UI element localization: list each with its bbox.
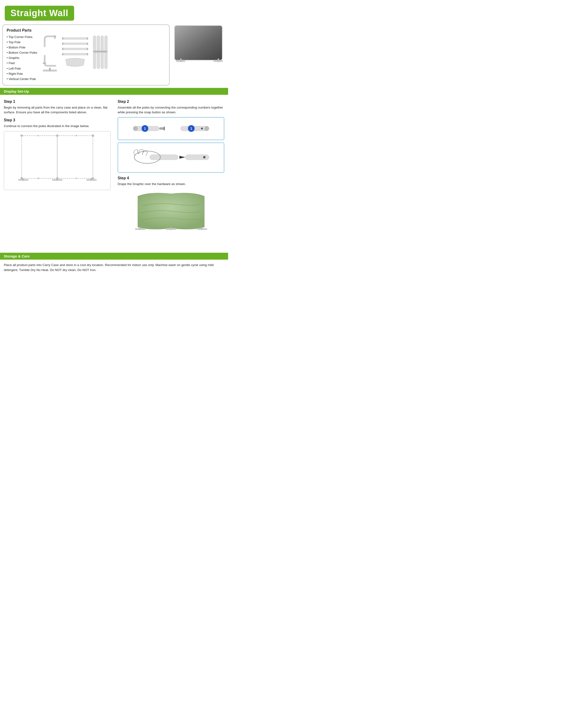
parts-item: Left Pole xyxy=(7,66,40,71)
parts-item: Bottom Pole xyxy=(7,45,40,50)
svg-rect-51 xyxy=(164,127,165,130)
svg-text:1: 1 xyxy=(190,127,192,130)
svg-rect-12 xyxy=(87,48,88,50)
step1-text: Begin by removing all parts from the car… xyxy=(4,105,110,115)
svg-rect-10 xyxy=(62,48,88,50)
horizontal-poles-svg xyxy=(61,34,89,72)
step2-block: Step 2 Assemble all the poles by connect… xyxy=(117,100,224,173)
svg-rect-65 xyxy=(170,227,172,230)
pole-number-svg: 1 1 xyxy=(128,121,214,136)
storage-text: Place all product parts into Carry Case … xyxy=(0,259,228,277)
step4-title: Step 4 xyxy=(117,176,224,180)
steps-grid: Step 1 Begin by removing all parts from … xyxy=(4,97,224,247)
assembled-display-svg xyxy=(173,25,226,66)
svg-rect-47 xyxy=(133,126,138,131)
right-column: Step 2 Assemble all the poles by connect… xyxy=(117,97,224,247)
svg-rect-1 xyxy=(54,35,56,39)
step2-title: Step 2 xyxy=(117,100,224,104)
parts-item: Bottom Corner Poles xyxy=(7,50,40,55)
svg-point-31 xyxy=(92,134,94,137)
step1-block: Step 1 Begin by removing all parts from … xyxy=(4,100,110,115)
corner-poles-svg xyxy=(42,34,59,72)
step3-title: Step 3 xyxy=(4,118,110,122)
parts-list: Top Corner Poles Top Pole Bottom Pole Bo… xyxy=(7,34,40,82)
svg-rect-14 xyxy=(62,53,63,55)
frame-svg xyxy=(17,133,98,188)
svg-rect-53 xyxy=(204,126,209,131)
page-header: Straight Wall xyxy=(5,6,74,21)
step1-title: Step 1 xyxy=(4,100,110,104)
left-column: Step 1 Begin by removing all parts from … xyxy=(4,97,110,247)
svg-point-45 xyxy=(75,178,77,179)
step3-block: Step 3 Continue to connect the poles ill… xyxy=(4,118,110,190)
svg-rect-3 xyxy=(49,68,51,71)
svg-rect-7 xyxy=(62,42,88,45)
main-content: Step 1 Begin by removing all parts from … xyxy=(0,95,228,249)
svg-point-61 xyxy=(203,156,206,159)
svg-rect-41 xyxy=(91,178,92,181)
svg-point-42 xyxy=(38,135,39,136)
pole-push-svg xyxy=(128,146,214,169)
svg-rect-11 xyxy=(62,48,63,50)
svg-text:1: 1 xyxy=(144,127,146,130)
svg-point-30 xyxy=(21,134,23,137)
svg-rect-39 xyxy=(56,178,58,181)
svg-rect-15 xyxy=(87,53,88,55)
drape-svg xyxy=(131,189,211,244)
parts-item: Top Pole xyxy=(7,40,40,45)
parts-item: Vertical Center Pole xyxy=(7,76,40,82)
vertical-poles-svg xyxy=(91,34,110,72)
svg-rect-0 xyxy=(43,63,46,64)
svg-rect-50 xyxy=(159,127,164,130)
svg-rect-57 xyxy=(150,154,178,160)
svg-rect-13 xyxy=(62,53,88,55)
parts-item: Top Corner Poles xyxy=(7,34,40,40)
step4-block: Step 4 Drape the Graphic over the hardwa… xyxy=(117,176,224,243)
product-parts-box: Product Parts Top Corner Poles Top Pole … xyxy=(2,25,170,85)
parts-item: Graphic xyxy=(7,55,40,61)
parts-illustrations xyxy=(42,34,165,72)
step4-text: Drape the Graphic over the hardware as s… xyxy=(117,182,224,186)
storage-header: Storage & Care xyxy=(0,253,228,259)
svg-rect-20 xyxy=(93,50,107,53)
svg-rect-4 xyxy=(62,37,88,40)
parts-item: Feet xyxy=(7,61,40,66)
pole-connector-diagram: 1 1 xyxy=(117,117,224,140)
svg-rect-6 xyxy=(87,37,88,40)
svg-point-44 xyxy=(38,178,39,179)
page-title: Straight Wall xyxy=(10,8,68,18)
svg-rect-5 xyxy=(62,37,63,40)
svg-point-43 xyxy=(75,135,77,136)
pole-push-diagram xyxy=(117,142,224,173)
drape-graphic-container xyxy=(117,189,224,244)
step2-text: Assemble all the poles by connecting the… xyxy=(117,105,224,115)
svg-point-34 xyxy=(56,134,59,137)
step3-text: Continue to connect the poles illustrate… xyxy=(4,124,110,129)
parts-item: Right Pole xyxy=(7,71,40,76)
frame-illustration xyxy=(4,131,110,190)
svg-rect-37 xyxy=(22,178,24,181)
svg-rect-9 xyxy=(87,42,88,45)
svg-rect-22 xyxy=(175,26,222,60)
svg-point-56 xyxy=(201,128,203,130)
product-parts-section: Product Parts Top Corner Poles Top Pole … xyxy=(2,25,226,85)
svg-marker-59 xyxy=(179,156,185,159)
svg-rect-27 xyxy=(217,59,219,62)
svg-rect-67 xyxy=(201,227,202,230)
svg-rect-63 xyxy=(139,227,141,230)
display-setup-header: Display Set-Up xyxy=(0,88,228,95)
product-parts-heading: Product Parts xyxy=(7,28,165,33)
svg-rect-25 xyxy=(180,59,181,62)
svg-rect-8 xyxy=(62,42,63,45)
